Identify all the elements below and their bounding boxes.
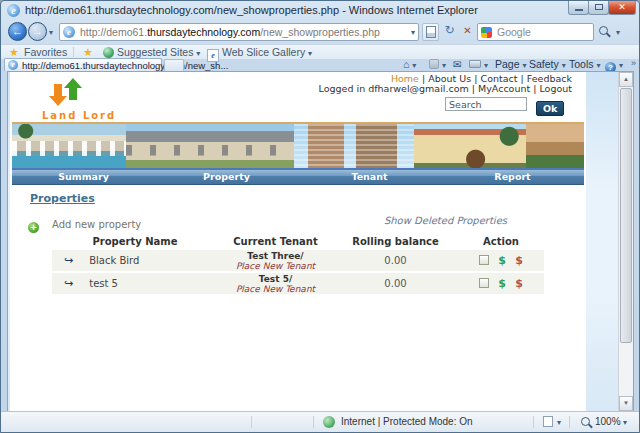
search-button[interactable]: [597, 25, 613, 40]
ie-favicon-icon: e: [7, 4, 20, 17]
nav-summary[interactable]: Summary: [12, 170, 155, 184]
logo-text: Land Lord: [42, 110, 116, 121]
minimize-button[interactable]: [568, 1, 589, 15]
suggested-sites-button[interactable]: Suggested Sites ▾: [103, 46, 200, 58]
address-dropdown-caret-icon[interactable]: ▾: [411, 28, 415, 37]
place-new-tenant-link[interactable]: Place New Tenant: [218, 261, 333, 271]
page-icon: e: [63, 26, 75, 38]
caret-icon: ▾: [308, 49, 312, 58]
site-header-links: Home | About Us | Contact | Feedback Log…: [319, 74, 572, 94]
scroll-down-button[interactable]: ▼: [619, 396, 633, 411]
add-new-property-link[interactable]: + Add new property: [28, 213, 141, 233]
favorites-bar: ★ Favorites ★ Suggested Sites ▾ e Web Sl…: [1, 44, 639, 59]
table-row: ↪ test 5 Test 5/ Place New Tenant 0.00 $…: [52, 273, 544, 294]
feeds-icon: [429, 59, 439, 69]
new-tab-button[interactable]: [164, 59, 184, 71]
nav-property[interactable]: Property: [155, 170, 298, 184]
scroll-up-button[interactable]: ▲: [619, 72, 633, 87]
site-nav: Summary Property Tenant Report: [12, 170, 584, 185]
col-current-tenant: Current Tenant: [218, 235, 333, 248]
edit-property-icon[interactable]: [479, 278, 489, 288]
more-commands-chevron-icon[interactable]: »: [631, 58, 636, 68]
print-icon: [469, 60, 481, 68]
landlord-logo[interactable]: Land Lord: [42, 78, 122, 122]
show-deleted-properties-link[interactable]: Show Deleted Properties: [384, 215, 507, 226]
expand-property-icon[interactable]: ↪: [64, 254, 73, 267]
logged-in-text: Logged in dfharwel@gmail.com: [319, 83, 469, 94]
col-action: Action: [458, 235, 544, 248]
page-menu-button[interactable]: Page ▾: [495, 58, 526, 70]
feeds-button[interactable]: ▾: [429, 58, 446, 70]
expense-dollar-icon[interactable]: $: [515, 277, 523, 290]
back-button[interactable]: ←: [8, 22, 27, 41]
col-rolling-balance: Rolling balance: [333, 235, 458, 248]
logout-link[interactable]: Logout: [539, 83, 572, 94]
browser-window: e http://demo61.thursdaytechnology.com/n…: [0, 0, 640, 433]
read-mail-button[interactable]: ✉: [453, 58, 462, 70]
rolling-balance: 0.00: [333, 278, 458, 289]
zoom-level: 100%: [595, 416, 621, 427]
close-button[interactable]: ✕: [608, 1, 636, 15]
print-button[interactable]: ▾: [469, 58, 488, 70]
history-caret-icon[interactable]: ▾: [49, 28, 53, 37]
active-tab[interactable]: e http://demo61.thursdaytechnology.com/n…: [4, 58, 162, 71]
expand-property-icon[interactable]: ↪: [64, 277, 73, 290]
forward-button[interactable]: →: [28, 22, 47, 41]
add-icon: +: [28, 222, 39, 233]
income-dollar-icon[interactable]: $: [498, 254, 506, 267]
nav-tenant[interactable]: Tenant: [298, 170, 441, 184]
tenant-name: Test Three/: [218, 251, 333, 261]
page-title: Properties: [30, 192, 95, 205]
table-row: ↪ Black Bird Test Three/ Place New Tenan…: [52, 250, 544, 271]
tab-title: http://demo61.thursdaytechnology.com/new…: [22, 60, 228, 71]
home-button[interactable]: ⌂ ▾: [403, 58, 416, 70]
tenant-name: Test 5/: [218, 274, 333, 284]
stop-button[interactable]: ✕: [459, 23, 476, 41]
home-icon: ⌂: [403, 58, 409, 70]
tab-favicon-icon: e: [8, 60, 18, 70]
tab-bar: e http://demo61.thursdaytechnology.com/n…: [1, 58, 639, 71]
nav-report[interactable]: Report: [441, 170, 584, 184]
address-bar-row: ← → ▾ e http://demo61.thursdaytechnology…: [1, 21, 639, 44]
page-mode-icon[interactable]: [543, 416, 553, 427]
properties-table: Property Name Current Tenant Rolling bal…: [52, 235, 544, 294]
vertical-scrollbar[interactable]: ▲ ▼: [618, 72, 633, 411]
internet-zone-globe-icon: [323, 416, 335, 428]
suggested-sites-icon: [103, 47, 114, 58]
zoom-caret-icon[interactable]: ▾: [623, 418, 627, 427]
favorites-button[interactable]: Favorites: [24, 46, 67, 58]
expense-dollar-icon[interactable]: $: [515, 254, 523, 267]
tools-menu-button[interactable]: Tools ▾: [569, 58, 600, 70]
site-search-input[interactable]: [445, 97, 527, 111]
place-new-tenant-link[interactable]: Place New Tenant: [218, 284, 333, 294]
houses-banner-image: [12, 122, 584, 170]
caret-icon: ▾: [196, 49, 200, 58]
property-name: Black Bird: [89, 255, 139, 266]
zoom-button[interactable]: [579, 416, 592, 429]
search-ok-button[interactable]: Ok: [536, 101, 564, 116]
table-header-row: Property Name Current Tenant Rolling bal…: [52, 235, 544, 248]
search-options-caret-icon[interactable]: ▾: [616, 28, 620, 37]
search-box[interactable]: Google: [477, 23, 594, 41]
scrollbar-thumb[interactable]: [620, 88, 632, 343]
page-mode-caret-icon[interactable]: ▾: [557, 418, 561, 427]
maximize-button[interactable]: [588, 1, 609, 15]
refresh-button[interactable]: ↻: [441, 23, 458, 41]
my-account-link[interactable]: MyAccount: [478, 83, 530, 94]
col-property-name: Property Name: [52, 235, 218, 248]
zone-text: Internet | Protected Mode: On: [341, 416, 473, 427]
mail-icon: ✉: [453, 58, 462, 70]
edit-property-icon[interactable]: [479, 255, 489, 265]
income-dollar-icon[interactable]: $: [498, 277, 506, 290]
search-engine-label: Google: [497, 26, 531, 38]
address-field[interactable]: e http://demo61.thursdaytechnology.com/n…: [59, 23, 419, 41]
safety-menu-button[interactable]: Safety ▾: [529, 58, 566, 70]
site-content: Home | About Us | Contact | Feedback Log…: [10, 72, 586, 411]
url-text: http://demo61.thursdaytechnology.com/new…: [80, 26, 380, 38]
google-logo-icon: [481, 27, 492, 38]
property-name: test 5: [89, 278, 118, 289]
compatibility-view-button[interactable]: [422, 23, 439, 41]
window-title: http://demo61.thursdaytechnology.com/new…: [25, 4, 478, 16]
title-bar: e http://demo61.thursdaytechnology.com/n…: [1, 1, 639, 21]
status-bar: Internet | Protected Mode: On ▾ 100% ▾: [1, 411, 639, 432]
